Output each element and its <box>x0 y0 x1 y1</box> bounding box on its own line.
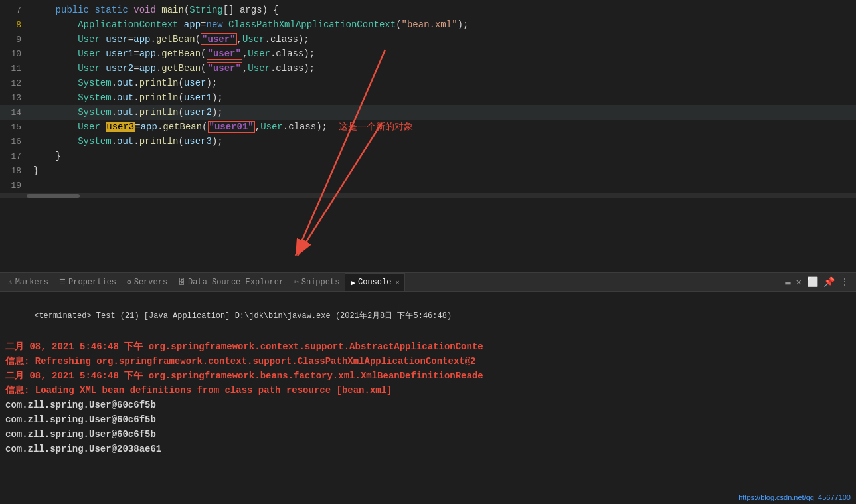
console-terminated-line: <terminated> Test (21) [Java Application… <box>5 294 851 338</box>
code-container: 7 public static void main(String[] args)… <box>0 0 856 193</box>
console-line-1: 二月 08, 2021 5:46:48 下午 org.springframewo… <box>5 339 851 354</box>
line-num-12: 12 <box>0 78 28 88</box>
line-content-7: public static void main(String[] args) { <box>28 5 279 15</box>
line-num-18: 18 <box>0 166 28 176</box>
code-line-9: 9 User user=app.getBean("user",User.clas… <box>0 32 856 46</box>
tab-markers-label: Markers <box>15 278 48 287</box>
more-icon[interactable]: ⋮ <box>839 276 851 288</box>
line-content-12: System.out.println(user); <box>28 78 217 88</box>
tab-snippets-label: Snippets <box>301 278 340 287</box>
line-content-11: User user2=app.getBean("user",User.class… <box>28 63 315 74</box>
console-line-8: com.zll.spring.User@2038ae61 <box>5 442 851 456</box>
line-num-10: 10 <box>0 49 28 59</box>
tab-snippets[interactable]: ✂ Snippets <box>289 273 345 291</box>
close-panel-icon[interactable]: ✕ <box>795 276 803 288</box>
snippets-icon: ✂ <box>294 278 299 286</box>
line-content-9: User user=app.getBean("user",User.class)… <box>28 34 309 44</box>
tab-servers[interactable]: ⚙ Servers <box>122 273 173 291</box>
line-content-14: System.out.println(user2); <box>28 107 223 118</box>
code-line-14: 14 System.out.println(user2); <box>0 105 856 120</box>
console-line-7: com.zll.spring.User@60c6f5b <box>5 427 851 442</box>
tab-controls: ▬ ✕ ⬜ 📌 ⋮ <box>784 276 853 288</box>
code-line-7: 7 public static void main(String[] args)… <box>0 3 856 17</box>
tab-properties-label: Properties <box>68 278 116 287</box>
line-content-10: User user1=app.getBean("user",User.class… <box>28 48 315 59</box>
line-content-17: } <box>28 151 61 161</box>
datasource-icon: 🗄 <box>178 278 185 286</box>
line-content-13: System.out.println(user1); <box>28 92 223 103</box>
servers-icon: ⚙ <box>127 278 131 286</box>
code-line-10: 10 User user1=app.getBean("user",User.cl… <box>0 46 856 61</box>
editor-scrollbar-thumb[interactable] <box>27 194 80 198</box>
line-num-8: 8 <box>0 20 28 30</box>
console-line-5: com.zll.spring.User@60c6f5b <box>5 398 851 412</box>
line-num-17: 17 <box>0 151 28 161</box>
console-line-6: com.zll.spring.User@60c6f5b <box>5 412 851 427</box>
line-num-19: 19 <box>0 181 28 191</box>
bottom-panel: ⚠ Markers ☰ Properties ⚙ Servers 🗄 Data … <box>0 272 856 504</box>
code-line-17: 17 } <box>0 149 856 163</box>
tab-bar: ⚠ Markers ☰ Properties ⚙ Servers 🗄 Data … <box>0 273 856 292</box>
code-line-12: 12 System.out.println(user); <box>0 76 856 90</box>
tab-console[interactable]: ▶ Console ✕ <box>345 273 405 291</box>
code-line-15: 15 User user3=app.getBean("user01",User.… <box>0 120 856 134</box>
console-close-icon[interactable]: ✕ <box>395 278 399 286</box>
line-num-13: 13 <box>0 93 28 103</box>
line-num-11: 11 <box>0 64 28 74</box>
markers-icon: ⚠ <box>8 278 13 286</box>
minimize-icon[interactable]: ▬ <box>784 277 792 288</box>
code-line-18: 18 } <box>0 163 856 178</box>
editor-area: 7 public static void main(String[] args)… <box>0 0 856 272</box>
bottom-link[interactable]: https://blog.csdn.net/qq_45677100 <box>738 493 851 501</box>
line-content-16: System.out.println(user3); <box>28 136 223 147</box>
pin-icon[interactable]: 📌 <box>822 276 836 288</box>
console-icon: ▶ <box>351 278 355 287</box>
line-num-16: 16 <box>0 137 28 147</box>
tab-properties[interactable]: ☰ Properties <box>54 273 122 291</box>
code-line-13: 13 System.out.println(user1); <box>0 90 856 105</box>
code-line-8: 8 ApplicationContext app=new ClassPathXm… <box>0 17 856 32</box>
code-line-19: 19 <box>0 178 856 193</box>
tab-markers[interactable]: ⚠ Markers <box>3 273 54 291</box>
line-num-9: 9 <box>0 35 28 44</box>
line-content-15: User user3=app.getBean("user01",User.cla… <box>28 121 413 133</box>
line-num-14: 14 <box>0 108 28 118</box>
line-content-8: ApplicationContext app=new ClassPathXmlA… <box>28 19 468 30</box>
line-num-15: 15 <box>0 122 28 132</box>
tab-datasource-label: Data Source Explorer <box>188 278 284 287</box>
console-line-3: 二月 08, 2021 5:46:48 下午 org.springframewo… <box>5 369 851 383</box>
maximize-icon[interactable]: ⬜ <box>806 276 819 288</box>
tab-console-label: Console <box>358 278 391 287</box>
tab-datasource[interactable]: 🗄 Data Source Explorer <box>173 273 289 291</box>
console-line-4: 信息: Loading XML bean definitions from cl… <box>5 383 851 398</box>
console-line-2: 信息: Refreshing org.springframework.conte… <box>5 354 851 369</box>
code-line-11: 11 User user2=app.getBean("user",User.cl… <box>0 61 856 76</box>
tab-servers-label: Servers <box>134 278 167 287</box>
editor-scrollbar[interactable] <box>0 193 856 198</box>
properties-icon: ☰ <box>59 278 66 286</box>
code-line-16: 16 System.out.println(user3); <box>0 134 856 149</box>
console-content: <terminated> Test (21) [Java Application… <box>0 292 856 504</box>
line-content-18: } <box>28 165 39 176</box>
line-num-7: 7 <box>0 5 28 15</box>
